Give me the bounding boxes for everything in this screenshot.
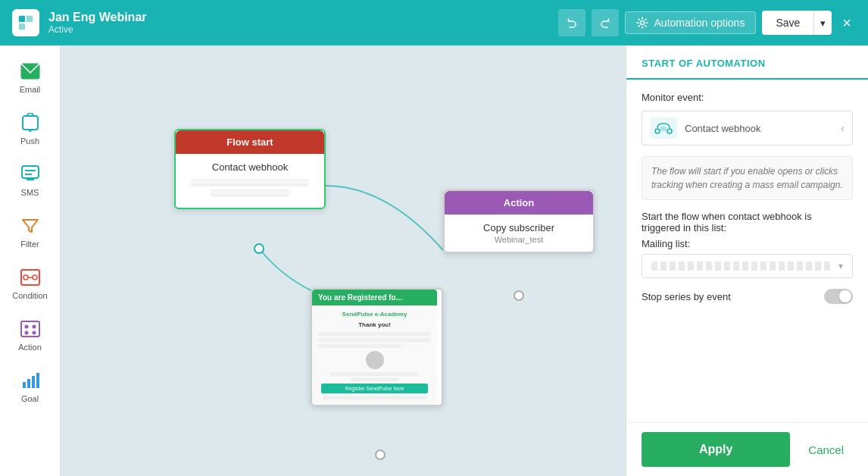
sidebar-item-goal-label: Goal <box>21 394 39 403</box>
svg-point-16 <box>24 325 28 329</box>
svg-rect-15 <box>21 321 39 337</box>
mailing-list-value <box>651 261 832 271</box>
action-body-text: Copy subscriber <box>454 222 584 233</box>
panel-footer: Apply Cancel <box>626 422 868 476</box>
push-icon <box>20 112 41 133</box>
email-preview: You are Registered fo... SendPulse e-Aca… <box>312 290 437 405</box>
svg-point-18 <box>24 331 28 335</box>
flow-start-body-text: Contact webhook <box>185 161 315 173</box>
svg-rect-3 <box>27 23 33 30</box>
sidebar-item-email[interactable]: Email <box>3 53 58 102</box>
email-preview-btn: Register SendPulse here <box>321 384 428 393</box>
automation-options-label: Automation options <box>654 17 745 29</box>
action-icon <box>20 318 41 340</box>
mailing-list-dropdown[interactable]: ▾ <box>642 254 853 278</box>
svg-point-28 <box>655 129 660 133</box>
svg-rect-6 <box>23 116 38 130</box>
stop-series-row: Stop series by event <box>642 289 853 304</box>
webhook-icon <box>650 117 677 139</box>
svg-rect-2 <box>19 23 25 30</box>
email-preview-header: You are Registered fo... <box>312 290 437 305</box>
svg-point-12 <box>23 275 28 280</box>
sidebar: Email Push SMS Filter Co <box>0 45 61 476</box>
email-thank-you: Thank you! <box>315 320 434 330</box>
panel-header: START OF AUTOMATION <box>626 45 868 80</box>
header: Jan Eng Webinar Active Automation option… <box>0 0 868 45</box>
trigger-label: Start the flow when contact webhook is t… <box>642 211 853 233</box>
filter-icon <box>20 215 41 236</box>
action-body-sub: Webinar_test <box>454 235 584 244</box>
svg-point-17 <box>32 325 36 329</box>
svg-rect-20 <box>23 382 26 388</box>
sidebar-item-condition-label: Condition <box>12 291 47 300</box>
info-box: The flow will start if you enable opens … <box>642 156 853 200</box>
mailing-list-label: Mailing list: <box>642 238 853 249</box>
svg-point-13 <box>33 275 37 280</box>
canvas[interactable]: Flow start Contact webhook Action Copy s… <box>61 45 626 476</box>
main-layout: Email Push SMS Filter Co <box>0 45 868 476</box>
close-button[interactable]: × <box>838 10 856 36</box>
sidebar-item-filter[interactable]: Filter <box>3 208 58 256</box>
sidebar-item-goal[interactable]: Goal <box>3 362 58 411</box>
monitor-event-box[interactable]: Contact webhook ‹ <box>642 111 853 146</box>
panel-title: START OF AUTOMATION <box>642 58 853 69</box>
goal-icon <box>20 370 41 391</box>
action-node[interactable]: Action Copy subscriber Webinar_test <box>443 189 595 253</box>
sidebar-item-filter-label: Filter <box>20 240 39 249</box>
svg-point-25 <box>514 291 523 300</box>
page-title: Jan Eng Webinar <box>48 11 549 24</box>
right-panel: START OF AUTOMATION Monitor event: Conta… <box>626 45 868 476</box>
svg-rect-1 <box>27 16 33 22</box>
svg-point-19 <box>32 331 36 335</box>
sidebar-item-push-label: Push <box>20 136 39 146</box>
sidebar-item-push[interactable]: Push <box>3 105 58 153</box>
sidebar-item-sms[interactable]: SMS <box>3 156 58 205</box>
email-node[interactable]: You are Registered fo... SendPulse e-Aca… <box>311 288 443 406</box>
header-title-group: Jan Eng Webinar Active <box>48 11 549 35</box>
svg-point-27 <box>254 244 264 253</box>
save-dropdown-button[interactable]: ▾ <box>813 11 832 35</box>
svg-point-26 <box>376 450 385 459</box>
apply-button[interactable]: Apply <box>642 432 790 467</box>
action-header: Action <box>445 191 593 215</box>
flow-start-node[interactable]: Flow start Contact webhook <box>174 129 326 209</box>
svg-rect-22 <box>32 376 35 388</box>
flow-start-body: Contact webhook <box>176 154 324 208</box>
sidebar-item-action[interactable]: Action <box>3 311 58 359</box>
svg-rect-21 <box>27 379 30 388</box>
sidebar-item-condition[interactable]: Condition <box>3 259 58 308</box>
save-button[interactable]: Save <box>762 11 813 35</box>
save-button-group: Save ▾ <box>762 11 832 35</box>
app-logo <box>12 9 39 36</box>
svg-rect-8 <box>22 166 39 178</box>
sidebar-item-sms-label: SMS <box>21 188 39 197</box>
sidebar-item-email-label: Email <box>20 85 41 94</box>
automation-options-button[interactable]: Automation options <box>625 11 757 34</box>
email-icon <box>20 61 41 82</box>
panel-body: Monitor event: Contact webhook ‹ The flo… <box>626 80 868 422</box>
svg-rect-23 <box>36 373 39 388</box>
svg-point-4 <box>640 21 644 25</box>
condition-icon <box>20 267 41 288</box>
svg-point-7 <box>29 129 32 132</box>
stop-series-toggle[interactable] <box>824 289 853 304</box>
flow-start-header: Flow start <box>176 130 324 154</box>
monitor-event-label: Monitor event: <box>642 92 853 103</box>
connections-svg <box>61 45 626 476</box>
email-academy: SendPulse e-Academy <box>315 308 434 320</box>
email-avatar <box>366 351 384 369</box>
undo-button[interactable] <box>558 9 585 36</box>
dropdown-arrow-icon: ▾ <box>838 261 843 271</box>
svg-rect-30 <box>660 127 667 131</box>
redo-button[interactable] <box>592 9 619 36</box>
action-body: Copy subscriber Webinar_test <box>445 215 593 252</box>
header-actions: Automation options Save ▾ × <box>558 9 856 36</box>
stop-series-label: Stop series by event <box>642 291 731 302</box>
status-badge: Active <box>48 24 549 35</box>
monitor-event-value: Contact webhook <box>685 123 833 134</box>
cancel-button[interactable]: Cancel <box>799 432 853 467</box>
svg-point-29 <box>667 129 672 133</box>
svg-rect-0 <box>19 16 25 22</box>
sms-icon <box>20 164 41 185</box>
email-preview-body: SendPulse e-Academy Thank you! Register … <box>312 305 437 405</box>
